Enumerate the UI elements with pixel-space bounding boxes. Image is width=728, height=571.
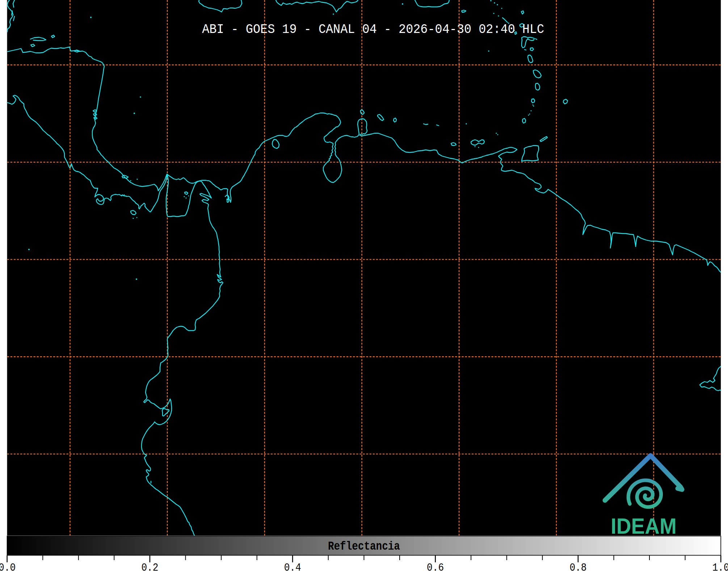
- svg-text:Reflectancia: Reflectancia: [328, 539, 400, 553]
- svg-text:0.0: 0.0: [0, 562, 16, 571]
- svg-text:0.4: 0.4: [284, 562, 301, 571]
- svg-text:IDEAM: IDEAM: [611, 513, 677, 538]
- svg-text:1.0: 1.0: [712, 562, 728, 571]
- svg-text:ABI - GOES 19 - CANAL 04 - 202: ABI - GOES 19 - CANAL 04 - 2026-04-30 02…: [202, 22, 544, 37]
- svg-text:0.8: 0.8: [569, 562, 586, 571]
- svg-text:0.2: 0.2: [141, 562, 158, 571]
- svg-text:0.6: 0.6: [427, 562, 444, 571]
